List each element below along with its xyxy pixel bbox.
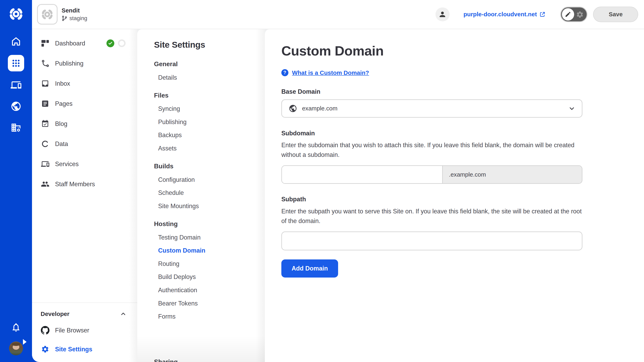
page-title: Custom Domain [281, 43, 628, 58]
data-arc-icon [41, 140, 50, 148]
settings-nav-title: Site Settings [154, 40, 265, 50]
main-panel: Custom Domain ? What is a Custom Domain?… [265, 29, 644, 362]
base-domain-label: Base Domain [281, 88, 628, 95]
branch-row: staging [62, 15, 87, 21]
subdomain-input[interactable] [282, 166, 442, 183]
devices-icon [41, 160, 50, 168]
developer-section-toggle[interactable]: Developer [32, 307, 137, 321]
git-branch-icon [62, 15, 68, 21]
sidebar-item-label: Staff Members [55, 181, 95, 188]
sidebar-item-publishing[interactable]: Publishing [32, 53, 137, 73]
settings-item-site-mountings[interactable]: Site Mountings [154, 203, 265, 210]
sidebar-item-file-browser[interactable]: File Browser [32, 321, 137, 340]
settings-group-label: General [154, 60, 265, 68]
editor-mode-toggle[interactable] [560, 7, 588, 22]
save-button[interactable]: Save [593, 7, 638, 22]
sidebar-item-label: Data [55, 140, 68, 147]
subpath-input[interactable] [281, 232, 582, 250]
settings-item-forms[interactable]: Forms [154, 313, 265, 320]
settings-group-general: General Details [154, 60, 265, 81]
apps-icon[interactable] [8, 55, 24, 71]
sidebar-item-label: Publishing [55, 60, 83, 67]
developer-section-title: Developer [41, 311, 70, 317]
settings-group-hosting: Hosting Testing Domain Custom Domain Rou… [154, 220, 265, 320]
settings-group-builds: Builds Configuration Schedule Site Mount… [154, 162, 265, 210]
app-root: Sendit staging purple-door.cloudvent.net [0, 0, 644, 362]
settings-item-authentication[interactable]: Authentication [154, 287, 265, 294]
subpath-description: Enter the subpath you want to serve this… [281, 207, 582, 226]
git-merge-icon [41, 59, 50, 67]
help-link[interactable]: What is a Custom Domain? [292, 69, 369, 76]
site-nav-panel: Dashboard Publishing [32, 29, 137, 362]
settings-group-label: Files [154, 92, 265, 99]
sidebar-item-services[interactable]: Services [32, 154, 137, 174]
site-meta: Sendit staging [62, 7, 87, 21]
sidebar-item-data[interactable]: Data [32, 134, 137, 154]
expand-arrow-icon[interactable] [23, 339, 26, 345]
settings-item-bearer-tokens[interactable]: Bearer Tokens [154, 300, 265, 307]
settings-item-schedule[interactable]: Schedule [154, 189, 265, 196]
chevron-down-icon [568, 105, 575, 112]
sidebar-item-blog[interactable]: Blog [32, 114, 137, 134]
pages-icon [41, 99, 50, 108]
rail-nav [8, 33, 24, 135]
settings-group-label: Builds [154, 162, 265, 170]
sidebar-item-pages[interactable]: Pages [32, 93, 137, 114]
settings-item-testing-domain[interactable]: Testing Domain [154, 234, 265, 241]
external-link-icon [539, 11, 546, 17]
devices-icon[interactable] [8, 77, 24, 93]
pending-ring-icon [118, 39, 126, 47]
user-avatar[interactable] [9, 342, 23, 355]
dashboard-icon [41, 39, 50, 47]
calendar-check-icon [41, 120, 50, 128]
sidebar-item-label: Site Settings [55, 346, 92, 353]
site-preview-globe-icon[interactable] [8, 98, 24, 114]
github-icon [41, 326, 50, 335]
subdomain-input-group: .example.com [281, 165, 582, 184]
preview-url-text: purple-door.cloudvent.net [464, 11, 537, 18]
settings-item-build-deploys[interactable]: Build Deploys [154, 273, 265, 280]
help-row: ? What is a Custom Domain? [281, 69, 628, 76]
home-icon[interactable] [8, 33, 24, 49]
chevron-up-icon [120, 311, 126, 317]
app-rail [0, 0, 32, 362]
settings-nav-panel: Site Settings General Details Files Sync… [137, 29, 265, 362]
sidebar-item-label: Blog [55, 120, 67, 127]
settings-item-assets[interactable]: Assets [154, 145, 265, 152]
add-domain-button[interactable]: Add Domain [281, 259, 338, 278]
account-person-icon[interactable] [436, 7, 450, 21]
main-row: Dashboard Publishing [32, 29, 644, 362]
globe-icon [288, 104, 297, 113]
notifications-bell-icon[interactable] [11, 322, 21, 333]
settings-item-custom-domain[interactable]: Custom Domain [154, 247, 265, 254]
settings-gear-icon[interactable] [576, 11, 584, 20]
header-right: purple-door.cloudvent.net Save [436, 7, 638, 22]
subpath-label: Subpath [281, 196, 628, 203]
top-header: Sendit staging purple-door.cloudvent.net [32, 0, 644, 29]
sidebar-item-label: Pages [55, 100, 72, 107]
settings-item-details[interactable]: Details [154, 74, 265, 81]
cloudcannon-logo-icon[interactable] [8, 6, 24, 22]
question-icon: ? [281, 69, 288, 76]
settings-item-syncing[interactable]: Syncing [154, 105, 265, 112]
sidebar-item-label: File Browser [55, 327, 89, 334]
settings-item-configuration[interactable]: Configuration [154, 176, 265, 183]
sidebar-item-staff-members[interactable]: Staff Members [32, 174, 137, 194]
sidebar-item-label: Services [55, 160, 78, 168]
organization-icon[interactable] [8, 120, 24, 136]
sidebar-item-site-settings[interactable]: Site Settings [32, 340, 137, 359]
subdomain-label: Subdomain [281, 130, 628, 137]
preview-url-link[interactable]: purple-door.cloudvent.net [464, 11, 546, 18]
sidebar-item-dashboard[interactable]: Dashboard [32, 33, 137, 53]
settings-item-publishing[interactable]: Publishing [154, 118, 265, 125]
content-column: Sendit staging purple-door.cloudvent.net [32, 0, 644, 362]
sidebar-item-label: Inbox [55, 80, 70, 87]
gear-icon [41, 345, 50, 353]
site-name: Sendit [62, 7, 87, 14]
settings-item-backups[interactable]: Backups [154, 131, 265, 139]
base-domain-select[interactable]: example.com [281, 99, 582, 118]
sidebar-item-inbox[interactable]: Inbox [32, 73, 137, 93]
settings-item-routing[interactable]: Routing [154, 260, 265, 267]
edit-pencil-icon[interactable] [562, 8, 574, 20]
site-logo [37, 4, 58, 24]
